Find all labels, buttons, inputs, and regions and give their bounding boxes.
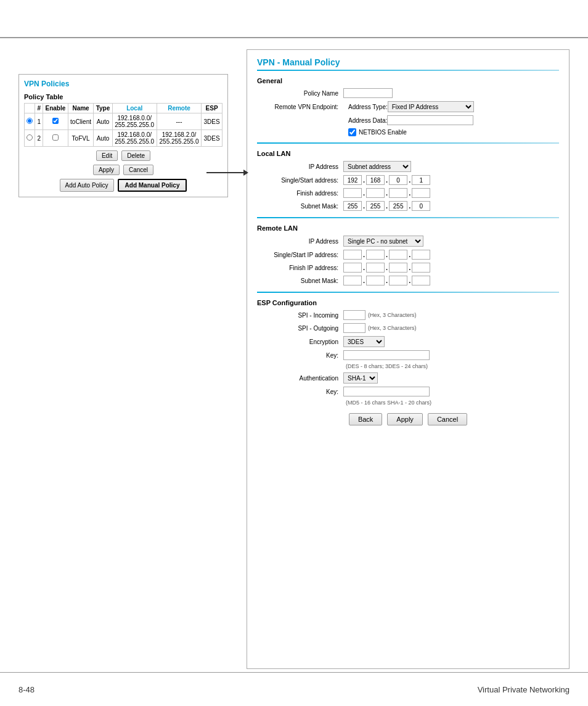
local-finish-label: Finish address: bbox=[257, 190, 343, 197]
col-type: Type bbox=[94, 104, 112, 113]
remote-finish-row: Finish IP address: . . . bbox=[257, 263, 559, 273]
local-subnet-3[interactable] bbox=[389, 201, 407, 211]
local-subnet-2[interactable] bbox=[366, 201, 385, 211]
col-local: Local bbox=[112, 104, 157, 113]
edit-delete-row: Edit Delete bbox=[24, 150, 223, 161]
remote-ip-2[interactable] bbox=[366, 250, 385, 260]
remote-finish-label: Finish IP address: bbox=[257, 265, 343, 271]
remote-subnet-1[interactable] bbox=[343, 276, 362, 285]
netbios-row: NETBIOS Enable bbox=[348, 128, 559, 136]
remote-ip-3[interactable] bbox=[389, 250, 407, 260]
add-auto-policy-button[interactable]: Add Auto Policy bbox=[60, 179, 114, 192]
arrow-line bbox=[206, 172, 243, 173]
remote-finish-1[interactable] bbox=[343, 263, 362, 273]
address-data-row: Address Data: bbox=[257, 115, 559, 125]
spi-incoming-row: SPI - Incoming (Hex, 3 Characters) bbox=[257, 310, 559, 320]
col-radio bbox=[25, 104, 35, 113]
auth-key-input[interactable] bbox=[343, 387, 430, 396]
enc-key-hint-row: (DES - 8 chars; 3DES - 24 chars) bbox=[257, 363, 559, 369]
remote-subnet-3[interactable] bbox=[389, 276, 407, 285]
table-row: 1 toClient Auto 192.168.0.0/255.255.255.… bbox=[25, 113, 223, 130]
back-button[interactable]: Back bbox=[349, 413, 382, 425]
remote-subnet-4[interactable] bbox=[412, 276, 430, 285]
row2-local: 192.168.0.0/255.255.255.0 bbox=[112, 130, 157, 147]
row1-type: Auto bbox=[94, 113, 112, 130]
apply-button[interactable]: Apply bbox=[387, 413, 423, 425]
rdot3: . bbox=[409, 251, 410, 258]
local-ip-4[interactable] bbox=[412, 175, 430, 185]
local-ip-2[interactable] bbox=[366, 175, 385, 185]
address-data-text: Address Data: bbox=[343, 117, 387, 124]
policy-table-label: Policy Table bbox=[24, 93, 223, 101]
row1-esp: 3DES bbox=[202, 113, 223, 130]
local-finish-row: Finish address: . . . bbox=[257, 188, 559, 198]
apply-cancel-row: Apply Cancel bbox=[24, 165, 223, 175]
authentication-label: Authentication bbox=[257, 375, 343, 382]
title-divider bbox=[257, 70, 559, 71]
rdot1: . bbox=[363, 251, 365, 258]
remote-vpn-row: Remote VPN Endpoint: Address Type: Fixed… bbox=[257, 101, 559, 112]
general-header: General bbox=[257, 77, 559, 84]
enc-key-hint: (DES - 8 chars; 3DES - 24 chars) bbox=[346, 363, 428, 369]
remote-finish-ip: . . . bbox=[343, 263, 430, 273]
dot6: . bbox=[409, 189, 410, 197]
row2-num: 2 bbox=[35, 130, 43, 147]
row1-remote: --- bbox=[157, 113, 201, 130]
authentication-select[interactable]: SHA-1 MD5 None bbox=[343, 372, 378, 384]
rdot9: . bbox=[409, 277, 410, 284]
row1-enable[interactable] bbox=[43, 113, 68, 130]
row2-radio[interactable] bbox=[25, 130, 35, 147]
delete-button[interactable]: Delete bbox=[121, 150, 150, 161]
col-esp: ESP bbox=[202, 104, 223, 113]
local-finish-3[interactable] bbox=[389, 188, 407, 198]
remote-finish-2[interactable] bbox=[366, 263, 385, 273]
apply-left-button[interactable]: Apply bbox=[93, 165, 120, 175]
rdot5: . bbox=[386, 264, 388, 271]
auth-key-hint-row: (MD5 - 16 chars SHA-1 - 20 chars) bbox=[257, 400, 559, 406]
local-ip-select[interactable]: Subnet address Single PC Range bbox=[343, 161, 411, 172]
spi-outgoing-input[interactable] bbox=[343, 323, 365, 333]
address-data-input[interactable] bbox=[387, 115, 473, 125]
edit-button[interactable]: Edit bbox=[96, 150, 118, 161]
remote-finish-3[interactable] bbox=[389, 263, 407, 273]
spi-outgoing-row: SPI - Outgoing (Hex, 3 Characters) bbox=[257, 323, 559, 333]
local-finish-1[interactable] bbox=[343, 188, 362, 198]
policy-name-input[interactable] bbox=[343, 88, 393, 98]
spi-outgoing-label: SPI - Outgoing bbox=[257, 325, 343, 332]
local-subnet-1[interactable] bbox=[343, 201, 362, 211]
remote-subnet-2[interactable] bbox=[366, 276, 385, 285]
esp-section: ESP Configuration SPI - Incoming (Hex, 3… bbox=[257, 299, 559, 406]
cancel-button[interactable]: Cancel bbox=[428, 413, 467, 425]
top-border bbox=[0, 37, 588, 38]
enc-key-input[interactable] bbox=[343, 350, 430, 360]
local-subnet-4[interactable] bbox=[412, 201, 430, 211]
local-ip-label: IP Address bbox=[257, 163, 343, 170]
remote-ip-1[interactable] bbox=[343, 250, 362, 260]
remote-finish-4[interactable] bbox=[412, 263, 430, 273]
auth-key-label: Key: bbox=[257, 388, 343, 395]
row1-name: toClient bbox=[68, 113, 94, 130]
row2-type: Auto bbox=[94, 130, 112, 147]
rdot2: . bbox=[386, 251, 388, 258]
remote-ip-select[interactable]: Single PC - no subnet Subnet address Ran… bbox=[343, 236, 423, 247]
add-manual-policy-button[interactable]: Add Manual Policy bbox=[118, 179, 187, 192]
encryption-label: Encryption bbox=[257, 339, 343, 345]
esp-header: ESP Configuration bbox=[257, 299, 559, 306]
local-finish-4[interactable] bbox=[412, 188, 430, 198]
local-subnet-label: Subnet Mask: bbox=[257, 203, 343, 210]
row2-enable[interactable] bbox=[43, 130, 68, 147]
spi-incoming-input[interactable] bbox=[343, 310, 365, 320]
dot8: . bbox=[386, 202, 388, 210]
netbios-checkbox[interactable] bbox=[348, 128, 356, 136]
local-subnet-row: Subnet Mask: . . . bbox=[257, 201, 559, 211]
cancel-left-button[interactable]: Cancel bbox=[123, 165, 153, 175]
row1-radio[interactable] bbox=[25, 113, 35, 130]
add-policy-row: Add Auto Policy Add Manual Policy bbox=[24, 179, 223, 192]
dot3: . bbox=[409, 176, 410, 184]
local-ip-1[interactable] bbox=[343, 175, 362, 185]
remote-ip-4[interactable] bbox=[412, 250, 430, 260]
local-ip-3[interactable] bbox=[389, 175, 407, 185]
local-finish-2[interactable] bbox=[366, 188, 385, 198]
address-type-select[interactable]: Fixed IP Address FQDN Dynamic IP Address bbox=[388, 101, 474, 112]
encryption-select[interactable]: 3DES DES AES-128 AES-192 AES-256 None bbox=[343, 336, 385, 347]
